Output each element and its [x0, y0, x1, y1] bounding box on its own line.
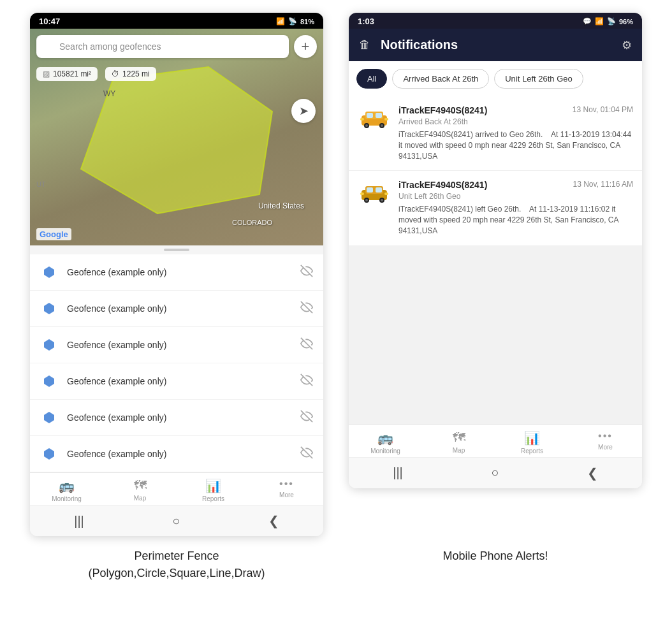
map-background — [30, 29, 323, 245]
geofence-name-2: Geofence (example only) — [67, 340, 291, 350]
left-caption: Perimeter Fence(Polygon,Circle,Square,Li… — [30, 548, 323, 582]
android-back-right[interactable]: ❮ — [587, 465, 598, 481]
area-icon: ▨ — [43, 69, 50, 78]
notifications-title: Notifications — [381, 38, 611, 52]
filter-bar: All Arrived Back At 26th Unit Left 26th … — [349, 61, 642, 96]
monitoring-label-right: Monitoring — [370, 447, 400, 455]
distance-icon: ⏱ — [112, 69, 119, 78]
distance-stat: ⏱ 1225 mi — [105, 67, 156, 81]
geofence-list: Geofence (example only) Geofence (exampl… — [30, 254, 323, 472]
geofence-shape-icon-4 — [40, 409, 58, 426]
map-icon-left: 🗺 — [134, 478, 147, 493]
right-phone: 1:03 💬 📶 📡 96% 🗑 Notifications ⚙ All Arr… — [349, 13, 642, 488]
right-signal-icon: 📡 — [607, 17, 616, 25]
eye-off-icon-1[interactable] — [300, 301, 313, 316]
notif-desc-1: iTrackEF4940S(8241) arrived to Geo 26th.… — [398, 129, 633, 161]
filter-left[interactable]: Unit Left 26th Geo — [494, 69, 583, 89]
right-status-bar: 1:03 💬 📶 📡 96% — [349, 13, 642, 29]
notification-content-2: iTrackEF4940S(8241) 13 Nov, 11:16 AM Uni… — [398, 180, 633, 236]
area-value: 105821 mi² — [53, 69, 91, 78]
settings-icon[interactable]: ⚙ — [622, 38, 632, 52]
map-icon-right: 🗺 — [453, 430, 465, 445]
car-icon-2 — [359, 181, 390, 204]
nav-monitoring-right[interactable]: 🚌 Monitoring — [349, 430, 422, 455]
nav-reports-right[interactable]: 📊 Reports — [495, 430, 569, 455]
add-geofence-button[interactable]: + — [294, 35, 317, 58]
left-android-nav: ||| ○ ❮ — [30, 505, 323, 536]
notification-item-1[interactable]: iTrackEF4940S(8241) 13 Nov, 01:04 PM Arr… — [349, 96, 642, 171]
eye-off-icon-5[interactable] — [300, 446, 313, 462]
svg-rect-32 — [384, 193, 388, 195]
left-time: 10:47 — [39, 17, 60, 26]
notifications-header: 🗑 Notifications ⚙ — [349, 29, 642, 61]
eye-off-icon-2[interactable] — [300, 337, 313, 353]
notif-row1-2: iTrackEF4940S(8241) 13 Nov, 11:16 AM — [398, 180, 633, 190]
right-caption: Mobile Phone Alerts! — [349, 548, 642, 582]
search-wrapper: 🔍 Search among geofences — [36, 35, 289, 58]
nav-map-right[interactable]: 🗺 Map — [422, 430, 495, 455]
svg-rect-31 — [360, 193, 364, 195]
notifications-empty-area — [349, 246, 642, 425]
car-avatar-2 — [358, 180, 391, 205]
geofence-shape-icon-1 — [40, 300, 58, 317]
notification-item-2[interactable]: iTrackEF4940S(8241) 13 Nov, 11:16 AM Uni… — [349, 171, 642, 245]
reports-icon-left: 📊 — [205, 478, 221, 493]
compass-button[interactable]: ➤ — [291, 99, 316, 123]
svg-point-19 — [365, 124, 368, 127]
more-label-right: More — [598, 444, 613, 451]
nav-more-left[interactable]: ••• More — [250, 478, 323, 502]
right-wifi-icon: 📶 — [595, 17, 604, 25]
scroll-handle — [164, 249, 189, 251]
map-stats-bar: ▨ 105821 mi² ⏱ 1225 mi — [36, 67, 156, 81]
geofence-item-5[interactable]: Geofence (example only) — [30, 436, 323, 472]
nav-map-left[interactable]: 🗺 Map — [103, 478, 177, 502]
notif-event-2: Unit Left 26th Geo — [398, 192, 633, 201]
trash-icon[interactable]: 🗑 — [359, 38, 370, 52]
area-stat: ▨ 105821 mi² — [36, 67, 98, 81]
right-bottom-nav: 🚌 Monitoring 🗺 Map 📊 Reports ••• More — [349, 425, 642, 457]
geofence-item-4[interactable]: Geofence (example only) — [30, 400, 323, 436]
more-icon-right: ••• — [598, 430, 613, 442]
notif-row1-1: iTrackEF4940S(8241) 13 Nov, 01:04 PM — [398, 105, 633, 115]
map-label-ut: UT — [36, 180, 46, 188]
search-input[interactable]: Search among geofences — [36, 35, 289, 58]
geofence-item-1[interactable]: Geofence (example only) — [30, 291, 323, 327]
nav-reports-left[interactable]: 📊 Reports — [177, 478, 250, 502]
signal-icon: 📡 — [288, 17, 297, 25]
map-label-us: United States — [258, 201, 304, 210]
map-label-co: COLORADO — [232, 219, 272, 226]
map-area[interactable]: WY United States COLORADO UT 🔍 Search am… — [30, 29, 323, 245]
android-home-right[interactable]: ○ — [491, 465, 499, 480]
geofence-shape-icon-3 — [40, 372, 58, 390]
svg-point-29 — [365, 199, 368, 201]
captions-row: Perimeter Fence(Polygon,Circle,Square,Li… — [0, 536, 672, 588]
filter-all[interactable]: All — [356, 69, 387, 89]
nav-monitoring-left[interactable]: 🚌 Monitoring — [30, 478, 103, 502]
geofence-item-3[interactable]: Geofence (example only) — [30, 363, 323, 400]
nav-more-right[interactable]: ••• More — [569, 430, 642, 455]
eye-off-icon-0[interactable] — [300, 265, 313, 280]
notifications-list: iTrackEF4940S(8241) 13 Nov, 01:04 PM Arr… — [349, 96, 642, 425]
android-back-left[interactable]: ❮ — [268, 513, 279, 528]
geofence-item-0[interactable]: Geofence (example only) — [30, 254, 323, 291]
eye-off-icon-3[interactable] — [300, 374, 313, 389]
left-battery: 81% — [300, 18, 314, 25]
eye-off-icon-4[interactable] — [300, 410, 313, 425]
svg-marker-3 — [44, 303, 54, 314]
filter-arrived[interactable]: Arrived Back At 26th — [392, 69, 489, 89]
android-menu-right[interactable]: ||| — [393, 465, 403, 480]
left-status-bar: 10:47 📶 📡 81% — [30, 13, 323, 29]
map-label-wy: WY — [103, 89, 115, 98]
more-label-left: More — [279, 491, 294, 498]
geofence-item-2[interactable]: Geofence (example only) — [30, 327, 323, 363]
android-menu-left[interactable]: ||| — [74, 514, 84, 528]
svg-rect-22 — [384, 118, 388, 120]
geofence-name-4: Geofence (example only) — [67, 412, 291, 423]
android-home-left[interactable]: ○ — [172, 514, 180, 528]
more-icon-left: ••• — [279, 478, 294, 490]
google-logo: Google — [36, 228, 71, 240]
geofence-shape-icon-0 — [40, 263, 58, 281]
geofence-name-1: Geofence (example only) — [67, 303, 291, 314]
monitoring-icon-left: 🚌 — [59, 478, 75, 493]
car-icon-1 — [359, 106, 390, 129]
